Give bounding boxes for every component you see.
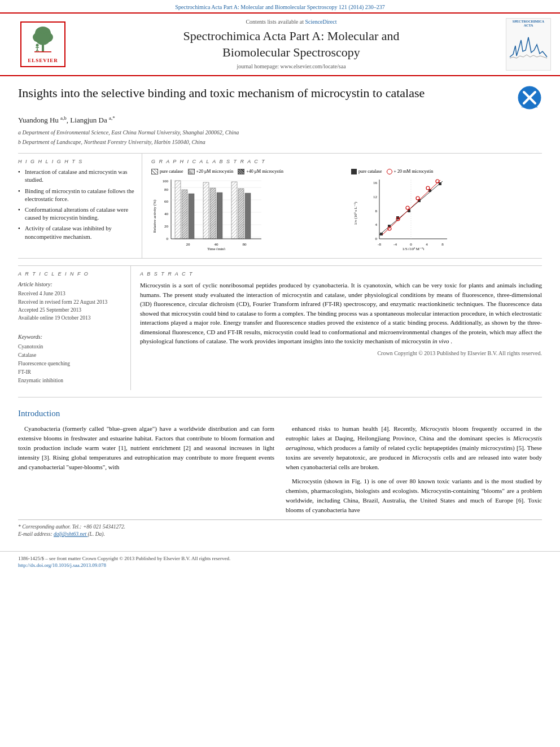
crossmark-icon: CrossMark (517, 85, 542, 110)
article-info-column: A R T I C L E I N F O Article history: R… (18, 266, 131, 390)
highlight-item-3: Conformational alterations of catalase w… (18, 206, 135, 222)
legend-item-1: pure catalase (151, 168, 183, 174)
introduction-section: Introduction Cyanobacteria (formerly cal… (18, 403, 542, 519)
journal-header: ELSEVIER Contents lists available at Sci… (0, 12, 560, 76)
legend-box-3 (238, 169, 244, 174)
keyword-1: Cyanotoxin (18, 343, 124, 351)
intro-left-col: Cyanobacteria (formerly called "blue–gre… (18, 424, 274, 519)
highlight-item-4: Activity of catalase was inhibited by no… (18, 225, 135, 241)
article-content: Insights into the selective binding and … (0, 76, 560, 551)
journal-reference-line: Spectrochimica Acta Part A: Molecular an… (0, 0, 560, 12)
journal-big-title: Spectrochimica Acta Part A: Molecular an… (183, 28, 399, 60)
scatter-legend-circle (387, 169, 392, 174)
crossmark-badge[interactable]: CrossMark (517, 85, 542, 110)
svg-text:8: 8 (375, 209, 378, 213)
svg-text:80: 80 (243, 242, 247, 247)
svg-rect-0 (42, 45, 44, 51)
legend-item-3: +40 μM microcystin (238, 168, 283, 174)
legend-item-2: +20 μM microcystin (188, 168, 234, 174)
footer-doi-link[interactable]: http://dx.doi.org/10.1016/j.saa.2013.09.… (18, 562, 106, 568)
legend-label-1: pure catalase (160, 168, 183, 174)
article-info-abstract-section: A R T I C L E I N F O Article history: R… (18, 265, 542, 390)
sciencedirect-link[interactable]: ScienceDirect (305, 19, 336, 25)
cover-mini-title: SPECTROCHIMICAACTA (513, 20, 544, 28)
svg-text:-4: -4 (393, 242, 397, 247)
page-footer: 1386-1425/$ – see front matter Crown Cop… (0, 551, 560, 573)
intro-para-2: enhanced risks to human health [4]. Rece… (286, 424, 542, 472)
journal-title-line1: Spectrochimica Acta Part A: Molecular an… (183, 29, 399, 43)
email-note: E-mail address: dalj@sht63.net (L. Da). (18, 531, 542, 538)
svg-text:20: 20 (164, 224, 169, 229)
footer-doi-text: http://dx.doi.org/10.1016/j.saa.2013.09.… (18, 562, 106, 568)
svg-text:80: 80 (164, 187, 169, 192)
journal-title-line2: Biomolecular Spectroscopy (222, 45, 360, 59)
abstract-text-end: . (450, 338, 452, 344)
article-history-title: Article history: (18, 281, 124, 289)
scatter-legend-label-1: pure catalase (358, 168, 382, 174)
authors-line: Yuandong Hu a,b, Liangjun Da a,* (18, 115, 542, 126)
scatter-chart-container: pure catalase + 20 mM microcystin (351, 168, 542, 253)
elsevier-logo-box: ELSEVIER (20, 21, 65, 68)
email-end: (L. Da). (88, 531, 104, 537)
footer-issn: 1386-1425/$ – see front matter Crown Cop… (18, 555, 542, 562)
contents-available-line: Contents lists available at ScienceDirec… (246, 18, 336, 26)
journal-cover-image: SPECTROCHIMICAACTA (506, 18, 551, 71)
graphical-charts: pure catalase +20 μM microcystin +40 μM … (151, 168, 542, 253)
legend-box-2 (188, 169, 195, 174)
abstract-column: A B S T R A C T Microcystin is a sort of… (131, 266, 542, 390)
svg-text:100: 100 (163, 179, 169, 184)
svg-text:-8: -8 (378, 242, 381, 247)
sciencedirect-text: ScienceDirect (305, 19, 336, 25)
svg-rect-37 (203, 182, 209, 239)
abstract-text: Microcystin is a sort of cyclic nonribos… (140, 281, 542, 346)
email-address: dalj@sht63.net (54, 531, 86, 537)
article-title-section: Insights into the selective binding and … (18, 85, 542, 110)
available-online-date: Available online 19 October 2013 (18, 314, 124, 322)
journal-homepage: journal homepage: www.elsevier.com/locat… (237, 63, 345, 71)
svg-text:0: 0 (375, 237, 378, 241)
svg-rect-39 (217, 193, 222, 239)
svg-rect-41 (238, 189, 244, 239)
affiliation-a: a Department of Environmental Science, E… (18, 128, 542, 137)
cover-chart-icon (509, 29, 548, 60)
affil-sup-a: a,b (60, 115, 67, 121)
abstract-body-text: Microcystin is a sort of cyclic nonribos… (140, 282, 542, 344)
keywords-title: Keywords: (18, 333, 124, 341)
svg-text:Time (min): Time (min) (207, 247, 225, 250)
intro-right-col: enhanced risks to human health [4]. Rece… (286, 424, 542, 519)
svg-rect-40 (231, 182, 237, 239)
revised-date: Received in revised form 22 August 2013 (18, 299, 124, 306)
affiliation-b: b Department of Landscape, Northeast For… (18, 138, 542, 146)
svg-text:4: 4 (375, 222, 378, 227)
highlights-list: Interaction of catalase and microcystin … (18, 168, 135, 241)
svg-point-75 (426, 186, 430, 190)
scatter-chart-svg: 0 4 8 12 16 -8 -4 0 4 8 1/v (1 (351, 177, 450, 250)
scatter-legend-square (351, 169, 357, 174)
svg-rect-35 (182, 190, 187, 239)
scatter-chart-legend: pure catalase + 20 mM microcystin (351, 168, 542, 174)
bar-chart-container: pure catalase +20 μM microcystin +40 μM … (151, 168, 342, 253)
abstract-in-vivo: in vivo (432, 338, 449, 344)
scatter-legend-item-2: + 20 mM microcystin (387, 168, 434, 174)
article-info-label: A R T I C L E I N F O (18, 270, 124, 278)
svg-text:CrossMark: CrossMark (521, 105, 538, 108)
section-divider (18, 397, 542, 397)
svg-text:1/v (10³ s L⁻¹): 1/v (10³ s L⁻¹) (353, 202, 358, 225)
svg-text:12: 12 (373, 195, 378, 199)
svg-text:40: 40 (164, 212, 169, 216)
elsevier-tree-icon (26, 25, 60, 56)
svg-text:40: 40 (215, 242, 219, 247)
homepage-text: journal homepage: www.elsevier.com/locat… (237, 63, 345, 69)
scatter-legend-item-1: pure catalase (351, 168, 382, 174)
graphical-abstract-column: G R A P H I C A L A B S T R A C T pure c… (142, 154, 542, 258)
scatter-legend-label-2: + 20 mM microcystin (394, 168, 434, 174)
page: Spectrochimica Acta Part A: Molecular an… (0, 0, 560, 747)
highlight-item-2: Binding of microcystin to catalase follo… (18, 187, 135, 203)
abstract-label: A B S T R A C T (140, 270, 542, 278)
email-label: E-mail address: (18, 531, 53, 537)
svg-text:60: 60 (164, 199, 169, 204)
svg-text:8: 8 (441, 242, 444, 247)
bar-chart-svg: 0 20 40 60 80 100 (151, 177, 264, 250)
email-link[interactable]: dalj@sht63.net (54, 531, 88, 537)
article-main-title: Insights into the selective binding and … (18, 85, 510, 102)
